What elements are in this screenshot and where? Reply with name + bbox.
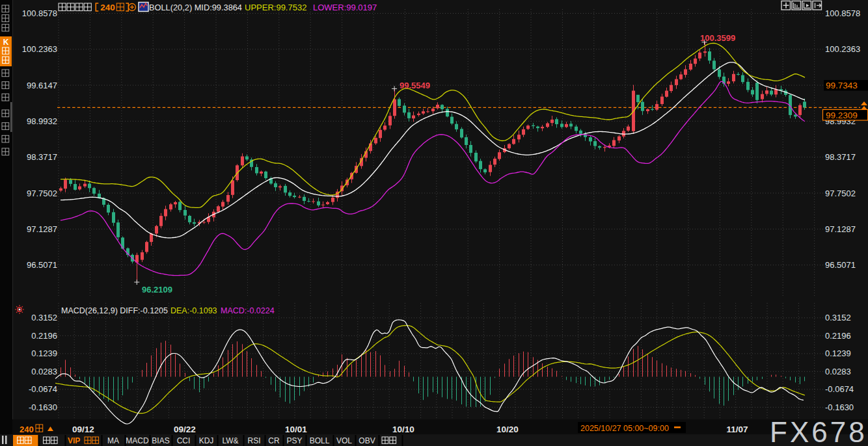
svg-text:BOLL: BOLL <box>310 436 330 445</box>
svg-text:LOWER:99.0197: LOWER:99.0197 <box>313 3 377 12</box>
svg-text:VOL: VOL <box>336 436 352 445</box>
svg-text:98.9932: 98.9932 <box>27 116 57 126</box>
svg-text:97.1287: 97.1287 <box>825 224 856 234</box>
svg-text:100.8578: 100.8578 <box>22 8 57 18</box>
svg-text:-0.0674: -0.0674 <box>825 384 854 394</box>
svg-text:11/07: 11/07 <box>726 425 748 434</box>
svg-text:100.3599: 100.3599 <box>700 33 735 43</box>
svg-text:09/22: 09/22 <box>174 425 196 434</box>
svg-text:09/12: 09/12 <box>72 425 94 434</box>
svg-text:0.3152: 0.3152 <box>31 313 57 322</box>
svg-text:240: 240 <box>20 425 34 434</box>
svg-text:100.8578: 100.8578 <box>825 8 860 18</box>
svg-text:10/10: 10/10 <box>392 425 414 434</box>
svg-text:0.0283: 0.0283 <box>31 367 57 376</box>
svg-text:DEA:-0.1093: DEA:-0.1093 <box>170 306 217 315</box>
svg-text:0.3152: 0.3152 <box>825 313 851 322</box>
svg-text:K: K <box>3 38 9 47</box>
svg-text:10/20: 10/20 <box>496 425 519 434</box>
svg-text:99.6147: 99.6147 <box>27 81 57 90</box>
svg-text:KDJ: KDJ <box>199 436 214 445</box>
svg-text:MACD(26,12,9) DIFF:-0.1205: MACD(26,12,9) DIFF:-0.1205 <box>61 306 168 315</box>
svg-text:96.5071: 96.5071 <box>825 260 856 270</box>
svg-text:97.7502: 97.7502 <box>27 189 57 198</box>
svg-text:0.1239: 0.1239 <box>31 348 57 358</box>
svg-text:VIP: VIP <box>68 436 80 445</box>
svg-text:MACD: MACD <box>126 436 149 445</box>
svg-text:MACD:-0.0224: MACD:-0.0224 <box>221 306 275 315</box>
svg-text:OBV: OBV <box>359 436 375 445</box>
svg-text:96.5071: 96.5071 <box>27 260 57 270</box>
svg-text:LW&: LW& <box>222 436 238 445</box>
svg-text:99.2309: 99.2309 <box>826 111 858 120</box>
svg-text:0.2196: 0.2196 <box>31 331 57 341</box>
svg-text:PSY: PSY <box>286 436 302 445</box>
svg-text:CR: CR <box>268 436 280 445</box>
svg-text:0.2196: 0.2196 <box>825 331 851 341</box>
svg-text:10/01: 10/01 <box>285 425 307 434</box>
svg-text:-0.1630: -0.1630 <box>29 402 57 412</box>
svg-text:BIAS: BIAS <box>152 436 169 445</box>
svg-text:240: 240 <box>100 3 115 12</box>
svg-text:BOLL(20,2) MID:99.3864: BOLL(20,2) MID:99.3864 <box>149 3 242 12</box>
svg-text:CCI: CCI <box>177 436 191 445</box>
svg-text:-0.1630: -0.1630 <box>825 402 854 412</box>
svg-text:98.3717: 98.3717 <box>825 152 856 162</box>
svg-text:UPPER:99.7532: UPPER:99.7532 <box>245 3 306 12</box>
svg-text:MA: MA <box>107 436 119 445</box>
svg-text:100.2363: 100.2363 <box>22 44 57 54</box>
svg-text:0.0283: 0.0283 <box>825 367 851 376</box>
svg-text:0.1239: 0.1239 <box>825 348 851 358</box>
svg-text:98.3717: 98.3717 <box>27 152 57 162</box>
svg-text:97.7502: 97.7502 <box>825 189 856 198</box>
svg-text:RSI: RSI <box>247 436 260 445</box>
svg-text:FX678: FX678 <box>770 416 867 446</box>
svg-text:99.7343: 99.7343 <box>826 81 858 90</box>
svg-text:96.2109: 96.2109 <box>142 285 172 295</box>
svg-text:2025/10/27 05:00~09:00: 2025/10/27 05:00~09:00 <box>580 424 669 433</box>
svg-text:99.5549: 99.5549 <box>400 81 430 90</box>
svg-text:-0.0674: -0.0674 <box>29 384 57 394</box>
svg-text:97.1287: 97.1287 <box>27 224 57 234</box>
svg-text:100.2363: 100.2363 <box>825 44 860 54</box>
